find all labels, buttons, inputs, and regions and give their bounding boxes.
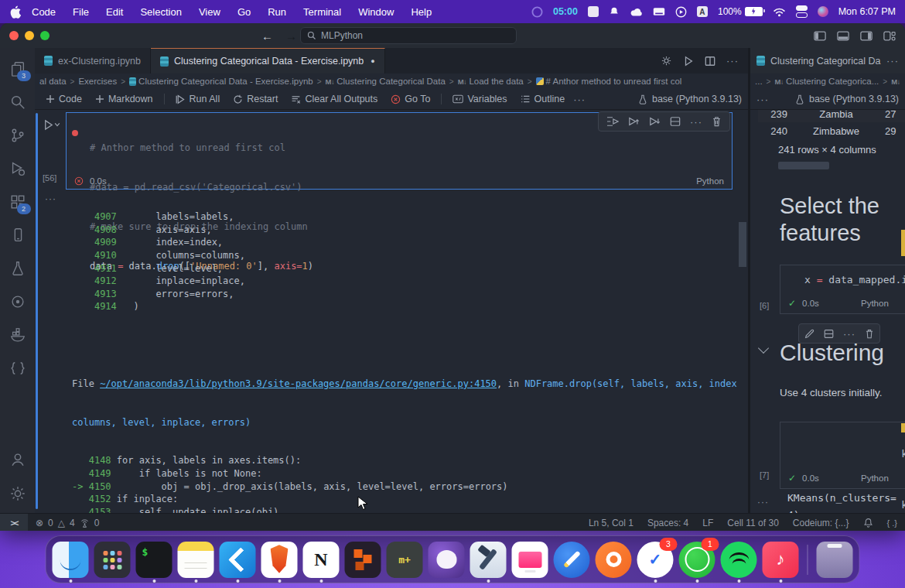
kernel-picker[interactable]: base (Python 3.9.13) (795, 94, 899, 104)
run-all-button[interactable]: Run All (171, 91, 225, 108)
siri-icon[interactable] (818, 6, 828, 17)
cell-language[interactable]: Python (861, 299, 889, 308)
tab-clustering-categorical-2[interactable]: Clustering Categorical Da ··· (750, 48, 905, 74)
zoom-window-button[interactable] (40, 31, 50, 40)
dock-app[interactable] (596, 542, 632, 578)
clear-all-outputs-button[interactable]: Clear All Outputs (286, 91, 382, 108)
breadcrumb-item[interactable]: # Anthor method to unread first col (536, 77, 682, 86)
breadcrumb-item[interactable]: M↓Load the data (458, 77, 524, 86)
gear-icon[interactable] (661, 55, 672, 67)
breadcrumb-item[interactable]: Clustering Categorical Data - Exercise.i… (129, 77, 313, 86)
add-code-cell-button[interactable]: Code (41, 91, 87, 108)
dock-app[interactable] (429, 542, 465, 578)
menu-item[interactable]: Run (268, 6, 286, 18)
errors-icon[interactable]: ⊗ (36, 518, 43, 528)
outline-button[interactable]: Outline (516, 91, 570, 108)
edit-cell-icon[interactable] (804, 329, 814, 339)
indentation[interactable]: Spaces: 4 (647, 518, 688, 528)
settings-gear-icon[interactable] (5, 480, 31, 507)
menu-item[interactable]: Edit (106, 6, 123, 18)
dock-app[interactable] (721, 542, 757, 578)
run-cell-button[interactable] (43, 116, 64, 133)
cursor-position[interactable]: Ln 5, Col 1 (589, 518, 634, 528)
menubar-clock[interactable]: Mon 6:07 PM (838, 6, 896, 17)
forward-button[interactable]: → (285, 29, 297, 43)
breadcrumb-item[interactable]: Exercises (78, 77, 117, 86)
split-editor-icon[interactable] (705, 56, 715, 67)
dock-app[interactable]: m+ (387, 542, 423, 578)
tab-ex-clustering[interactable]: ex-Clustering.ipynb (35, 48, 151, 74)
menu-item[interactable]: View (199, 6, 220, 18)
eol-sequence[interactable]: LF (702, 518, 713, 528)
wifi-icon[interactable] (773, 7, 786, 17)
toolbar-more-icon[interactable]: ··· (573, 94, 586, 105)
more-actions-icon[interactable]: ··· (886, 55, 899, 67)
split-cell-icon[interactable] (824, 329, 834, 339)
warning-count[interactable]: 4 (70, 518, 75, 528)
delete-cell-icon[interactable] (865, 329, 874, 339)
dock-app[interactable] (94, 542, 131, 578)
battery-indicator[interactable]: 100% (718, 6, 763, 17)
command-center-search[interactable]: MLPython (300, 27, 517, 44)
dock-app[interactable] (261, 542, 298, 578)
output-collapse-icon[interactable]: ··· (757, 497, 769, 508)
dock-app[interactable] (554, 542, 590, 578)
docker-icon[interactable] (5, 322, 31, 348)
toggle-panel-left-icon[interactable] (814, 31, 826, 41)
remote-indicator[interactable]: >< (0, 514, 28, 531)
account-icon[interactable] (5, 446, 31, 473)
split-cell-icon[interactable] (670, 116, 681, 127)
remote-explorer-icon[interactable] (5, 222, 31, 248)
more-actions-icon[interactable]: ··· (726, 55, 739, 67)
cell-position[interactable]: Cell 11 of 30 (727, 518, 779, 528)
dock-app[interactable] (817, 542, 853, 578)
dock-app[interactable]: 1 (679, 542, 715, 578)
execute-above-icon[interactable] (606, 116, 619, 127)
run-above-icon[interactable] (628, 116, 640, 127)
warnings-icon[interactable]: △ (58, 518, 65, 528)
close-window-button[interactable] (9, 31, 19, 40)
cloud-icon[interactable] (630, 7, 643, 17)
file-link[interactable]: ~/opt/anaconda3/lib/python3.9/site-packa… (100, 378, 497, 389)
cell-more-icon[interactable]: ··· (843, 328, 855, 340)
cell-language[interactable]: Python (861, 473, 889, 483)
screen-record-icon[interactable] (675, 6, 687, 18)
menu-item[interactable]: Code (32, 6, 56, 18)
search-icon[interactable] (5, 89, 31, 115)
scrollbar[interactable] (737, 110, 748, 513)
input-source-icon[interactable] (697, 6, 708, 17)
codeium-status[interactable]: Codeium: {...} (793, 518, 849, 528)
dock-app[interactable]: ♪ (763, 542, 799, 578)
cell-more-icon[interactable]: ··· (690, 116, 702, 128)
dock-app[interactable] (178, 542, 214, 578)
explorer-icon[interactable]: 3 (5, 56, 31, 82)
braces-icon[interactable] (5, 355, 31, 381)
ports-count[interactable]: 0 (94, 518, 100, 528)
toggle-panel-right-icon[interactable] (860, 31, 873, 41)
apple-icon[interactable] (9, 5, 21, 19)
notifications-bell-icon[interactable] (863, 518, 873, 528)
scrollbar-thumb[interactable] (739, 222, 746, 267)
source-control-icon[interactable] (5, 122, 31, 149)
control-center-icon[interactable] (796, 5, 808, 18)
add-markdown-cell-button[interactable]: Markdown (90, 91, 158, 108)
run-debug-icon[interactable] (5, 156, 31, 182)
restart-button[interactable]: Restart (228, 91, 282, 108)
menu-item[interactable]: Help (411, 6, 432, 18)
minimize-window-button[interactable] (25, 31, 34, 40)
keyboard-icon[interactable] (653, 7, 665, 16)
menu-item[interactable]: Selection (140, 6, 181, 18)
menu-item[interactable]: Window (358, 6, 394, 18)
testing-flask-icon[interactable] (5, 255, 31, 282)
unsaved-dot-icon[interactable]: ● (371, 57, 374, 65)
goto-error-button[interactable]: Go To (386, 91, 435, 108)
codeium-braces-icon[interactable]: { .} (887, 518, 897, 528)
notification-icon[interactable] (609, 6, 620, 17)
run-all-icon[interactable] (683, 56, 694, 67)
code-cell-x[interactable]: x = data_mapped.i ✓0.0sPython (780, 265, 905, 314)
variables-button[interactable]: Variables (448, 91, 511, 108)
shortcut-app-icon[interactable] (588, 6, 599, 17)
timer-value[interactable]: 05:00 (553, 6, 578, 17)
dock-app[interactable]: N (303, 542, 340, 578)
dock-app[interactable] (470, 542, 507, 578)
